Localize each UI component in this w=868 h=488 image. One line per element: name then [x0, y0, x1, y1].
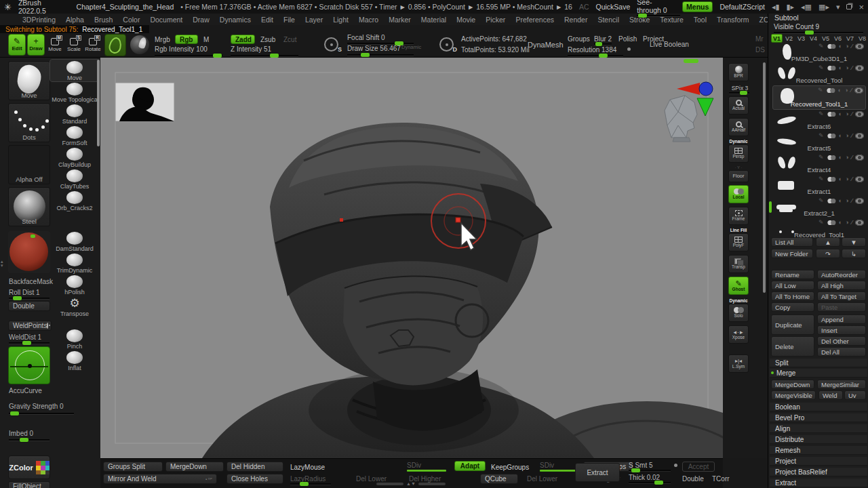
transparency-button[interactable]: Transp — [728, 255, 749, 273]
left-tray-scrollbar[interactable] — [97, 60, 100, 146]
stroke-thumbnail[interactable]: Dots — [8, 103, 50, 142]
all-low-button[interactable]: All Low — [771, 281, 814, 290]
current-brush-button[interactable] — [104, 34, 126, 56]
menu-item[interactable]: Stencil — [597, 16, 619, 24]
menu-item[interactable]: Alpha — [66, 16, 84, 24]
subtool-item[interactable]: Extract1 — [772, 175, 866, 197]
all-to-home-button[interactable]: All To Home — [771, 291, 814, 301]
del-all-button[interactable]: Del All — [817, 347, 866, 357]
distribute-section[interactable]: Distribute — [770, 435, 867, 444]
floor-button[interactable]: Floor — [728, 170, 749, 182]
del-other-button[interactable]: Del Other — [817, 336, 866, 346]
menu-item[interactable]: Macro — [359, 16, 378, 24]
redo-cube-icon[interactable]: ▦▸ — [818, 3, 829, 12]
all-to-target-button[interactable]: All To Target — [817, 291, 866, 301]
weld-dist-slider[interactable]: WeldDist 1 — [9, 333, 41, 341]
move-to-folder-button[interactable]: ↷ — [816, 249, 840, 258]
dynamic-draw-size-toggle[interactable]: Dynamic — [401, 44, 421, 50]
solo-button[interactable]: Solo — [728, 304, 749, 322]
current-alpha-button[interactable] — [130, 35, 149, 54]
append-button[interactable]: Append — [817, 314, 866, 324]
menu-item[interactable]: Brush — [94, 16, 113, 24]
tray-scroll-arrows-icon[interactable]: ▴▾ — [1, 260, 3, 268]
brush-item[interactable]: Move Topologica — [50, 81, 99, 103]
history-forward-icon[interactable]: ▮▸ — [786, 3, 794, 12]
accu-curve-editor[interactable] — [8, 346, 50, 384]
align-section[interactable]: Align — [770, 424, 867, 433]
subtool-item[interactable]: Extract4 — [772, 153, 866, 175]
move-down-button[interactable]: ▼ — [842, 237, 866, 247]
resolution-slider[interactable]: Resolution 1384 — [568, 46, 616, 54]
menu-item[interactable]: Transform — [717, 16, 749, 24]
subtool-item[interactable]: PM3D_Cube3D1_1 — [772, 42, 866, 64]
bpr-render-button[interactable]: BPR — [728, 63, 749, 81]
perspective-button[interactable]: Persp — [728, 144, 749, 163]
menu-item[interactable]: File — [283, 16, 295, 24]
subtool-item[interactable]: Extract6 — [772, 110, 866, 131]
depth-mask-icon[interactable]: D — [439, 37, 454, 52]
qcube-button[interactable]: QCube — [480, 474, 518, 484]
frame-button[interactable]: Frame — [728, 207, 749, 225]
accept-button[interactable]: Accept — [682, 462, 715, 472]
draw-size-slider[interactable]: Draw Size 56.467 — [347, 45, 401, 52]
default-zscript-button[interactable]: DefaultZScript — [719, 3, 765, 11]
bevel-pro-section[interactable]: Bevel Pro — [770, 413, 867, 422]
new-folder-button[interactable]: New Folder — [771, 249, 813, 258]
insert-button[interactable]: Insert — [817, 325, 866, 335]
material-thumbnail[interactable]: Steel — [8, 187, 50, 226]
viewport-canvas[interactable] — [100, 58, 723, 458]
color-swatch[interactable] — [8, 231, 50, 273]
paste-button[interactable]: Paste — [817, 302, 866, 312]
lazy-mouse-toggle[interactable]: LazyMouse — [290, 464, 325, 471]
floor-axis-toggles[interactable]: · Y · — [726, 165, 751, 169]
menu-item[interactable]: Preferences — [515, 16, 554, 24]
merge-section[interactable]: Merge — [770, 369, 867, 378]
merge-similar-button[interactable]: MergeSimilar — [817, 380, 866, 389]
dynamesh-button[interactable]: DynaMesh — [528, 41, 564, 49]
current-brush-thumbnail[interactable]: Move — [8, 61, 50, 100]
edit-button[interactable]: ✎ Edit — [8, 34, 26, 56]
move-up-button[interactable]: ▲ — [816, 237, 840, 247]
auto-reorder-button[interactable]: AutoReorder — [817, 270, 866, 279]
actual-size-button[interactable]: Actual — [728, 96, 749, 115]
zsub-toggle[interactable]: Zsub — [260, 36, 275, 43]
stroke-type-icon[interactable]: S — [324, 37, 338, 52]
zcut-toggle[interactable]: Zcut — [283, 36, 296, 43]
z-intensity-slider[interactable]: Z Intensity 51 — [231, 45, 271, 53]
menu-item[interactable]: Texture — [660, 16, 683, 24]
weld-button[interactable]: Weld — [818, 390, 843, 400]
restore-button[interactable] — [846, 4, 852, 9]
live-boolean-toggle[interactable]: Live Boolean — [650, 41, 689, 48]
fill-object-button[interactable]: FillObject — [8, 481, 50, 488]
brush-item[interactable]: DamStandard — [50, 230, 99, 252]
menu-item[interactable]: Layer — [305, 16, 323, 24]
rotate-button[interactable]: R Rotate — [84, 34, 102, 56]
list-all-button[interactable]: List All — [771, 237, 813, 247]
menu-item[interactable]: Tool — [694, 16, 707, 24]
menu-item[interactable]: Document — [150, 16, 182, 24]
rgb-toggle[interactable]: Rgb — [175, 35, 198, 44]
brush-item[interactable]: Standard — [50, 103, 99, 125]
rename-button[interactable]: Rename — [771, 270, 814, 279]
minimize-button[interactable]: ▾ — [836, 3, 840, 12]
merge-visible-button[interactable]: MergeVisible — [771, 390, 816, 400]
brush-item[interactable]: Orb_Cracks2 — [50, 190, 99, 211]
eye-icon[interactable] — [855, 43, 864, 49]
brush-item[interactable]: hPolish — [50, 274, 99, 296]
groups-toggle[interactable]: Groups — [568, 35, 590, 43]
menu-item[interactable]: Picker — [486, 16, 505, 24]
aahalf-button[interactable]: AAHalf — [728, 118, 749, 136]
tray-resize-scrollbar[interactable]: ▲▼ — [376, 481, 446, 486]
focal-shift-slider[interactable]: Focal Shift 0 — [347, 34, 385, 41]
ghost-button[interactable]: ✎Ghost — [728, 277, 749, 295]
menu-item[interactable]: Color — [123, 16, 140, 24]
close-holes-button[interactable]: Close Holes — [226, 474, 283, 484]
right-tray-scrollbar[interactable] — [763, 62, 766, 293]
double-toggle[interactable]: Double — [8, 301, 50, 311]
history-back-icon[interactable]: ◂▮ — [772, 3, 780, 12]
menu-item[interactable]: Light — [333, 16, 349, 24]
rgb-intensity-slider[interactable]: Rgb Intensity 100 — [155, 45, 208, 53]
eye-icon[interactable] — [855, 220, 864, 226]
eye-icon[interactable] — [855, 133, 864, 139]
copy-button[interactable]: Copy — [771, 302, 814, 312]
